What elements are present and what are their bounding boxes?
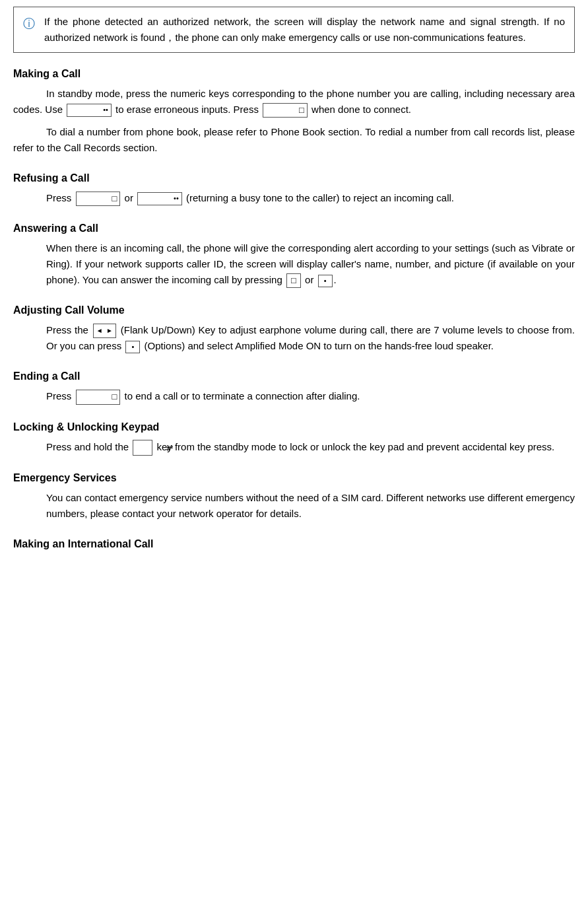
section-title-locking-unlocking-keypad: Locking & Unlocking Keypad — [13, 419, 575, 435]
info-box: ⓘ If the phone detected an authorized ne… — [13, 7, 575, 53]
send-icon-small: □ — [263, 103, 308, 118]
section-title-emergency-services: Emergency Services — [13, 470, 575, 486]
making-a-call-para1: In standby mode, press the numeric keys … — [13, 86, 575, 118]
flank-key-icon: ◄ ► — [93, 324, 116, 338]
ending-a-call-body: Press □ to end a call or to terminate a … — [13, 388, 575, 404]
section-title-making-international-call: Making an International Call — [13, 536, 575, 552]
end-call-icon: □ — [76, 192, 121, 206]
section-making-a-call: Making a Call In standby mode, press the… — [13, 66, 575, 156]
options-icon: • — [125, 341, 140, 353]
section-title-adjusting-call-volume: Adjusting Call Volume — [13, 302, 575, 318]
dot-icon: • — [318, 275, 333, 287]
hash-key-icon: #² — [133, 440, 152, 456]
section-title-refusing-a-call: Refusing a Call — [13, 170, 575, 186]
section-adjusting-call-volume: Adjusting Call Volume Press the ◄ ► (Fla… — [13, 302, 575, 354]
section-locking-unlocking-keypad: Locking & Unlocking Keypad Press and hol… — [13, 419, 575, 456]
erase-icon-2: •• — [137, 192, 182, 205]
refusing-a-call-body: Press □ or •• (returning a busy tone to … — [13, 190, 575, 206]
answer-icon: □ — [286, 273, 301, 288]
section-title-making-a-call: Making a Call — [13, 66, 575, 82]
end-call-icon-2: □ — [76, 390, 121, 404]
answering-a-call-body: When there is an incoming call, the phon… — [13, 240, 575, 288]
section-title-ending-a-call: Ending a Call — [13, 368, 575, 384]
emergency-services-body: You can contact emergency service number… — [13, 490, 575, 522]
section-ending-a-call: Ending a Call Press □ to end a call or t… — [13, 368, 575, 404]
adjusting-call-volume-body: Press the ◄ ► (Flank Up/Down) Key to adj… — [13, 322, 575, 354]
section-title-answering-a-call: Answering a Call — [13, 221, 575, 236]
info-box-text: If the phone detected an authorized netw… — [44, 14, 565, 46]
making-a-call-para2: To dial a number from phone book, please… — [13, 124, 575, 156]
section-refusing-a-call: Refusing a Call Press □ or •• (returning… — [13, 170, 575, 206]
section-making-international-call: Making an International Call — [13, 536, 575, 552]
locking-unlocking-keypad-body: Press and hold the #² key from the stand… — [13, 439, 575, 456]
section-answering-a-call: Answering a Call When there is an incomi… — [13, 221, 575, 288]
section-emergency-services: Emergency Services You can contact emerg… — [13, 470, 575, 522]
erase-icon: •• — [67, 104, 112, 116]
info-icon: ⓘ — [23, 15, 38, 33]
